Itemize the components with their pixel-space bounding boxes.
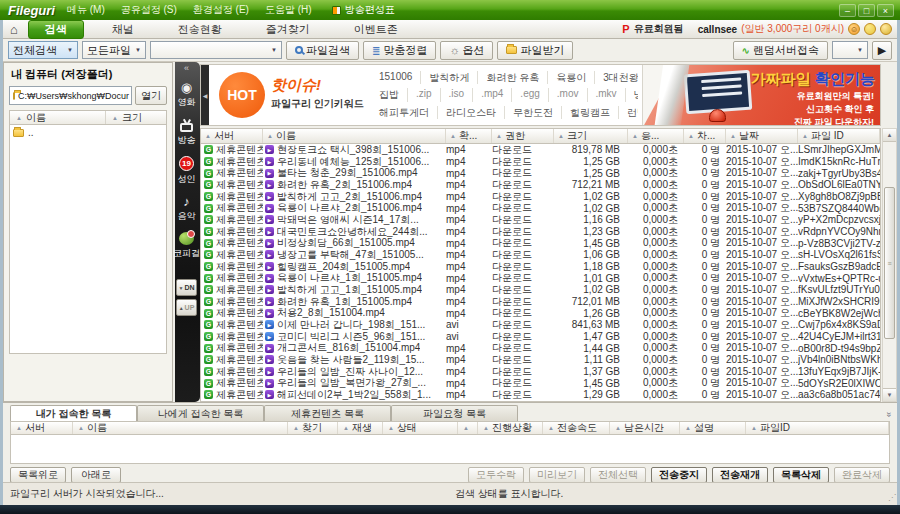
nav-tab-검색[interactable]: 검색 — [28, 20, 84, 39]
scrollbar-thumb[interactable]: ≡ — [884, 187, 895, 339]
file-search-button[interactable]: 파일검색 — [286, 41, 359, 60]
double-chevron-icon[interactable]: » — [881, 412, 894, 417]
keyword-link[interactable]: 힐링캠프 — [561, 106, 618, 119]
category-tab-음악[interactable]: ♪음악 — [173, 195, 200, 223]
transfer-col-header[interactable]: ▲재생 — [338, 422, 383, 434]
transfer-tab-나에게 접속한 목록[interactable]: 나에게 접속한 목록 — [137, 405, 264, 421]
connect-button[interactable]: ▶ — [872, 41, 892, 60]
menu-item[interactable]: 도움말 (H) — [265, 3, 312, 17]
smiley-icon[interactable]: ☺ — [848, 23, 860, 35]
transfer-col-header[interactable]: ▲ — [458, 422, 478, 434]
menu-item[interactable]: 공유설정 (S) — [121, 3, 177, 17]
keyword-link[interactable]: 무한도전 — [504, 106, 561, 119]
file-col-header[interactable]: ▲이름 — [263, 129, 446, 143]
keyword-link[interactable]: 발칙하게 — [420, 71, 477, 84]
action-button-목록삭제[interactable]: 목록삭제 — [773, 467, 829, 483]
keyword-link[interactable]: .mp4 — [472, 88, 511, 101]
category-tab-방송[interactable]: 방송 — [173, 118, 200, 147]
action-button-전송재개[interactable]: 전송재개 — [712, 467, 768, 483]
maximize-button[interactable]: □ — [858, 4, 875, 17]
keyword-link[interactable]: 3대천왕 — [594, 71, 638, 84]
transfer-col-header[interactable]: ▲찾기 — [288, 422, 338, 434]
transfer-col-header[interactable]: ▲전송속도 — [543, 422, 610, 434]
keyword-link[interactable]: 집밥 — [371, 88, 407, 101]
keyword-link[interactable]: .zip — [407, 88, 440, 101]
keyword-link[interactable]: 육룡이 — [547, 71, 594, 84]
receive-file-button[interactable]: 파일받기 — [497, 41, 573, 60]
ad-banner[interactable]: 가짜파일 확인기능 유료회원만의 특권! 신고횟수 확인 후 진짜 파일 다운하… — [642, 65, 880, 125]
transfer-col-header[interactable]: ▲남은시간 — [610, 422, 680, 434]
category-tab-영화[interactable]: ◉영화 — [173, 81, 200, 109]
file-list-scrollbar[interactable]: ▲ ≡ ▼ — [882, 128, 897, 402]
custom-sort-button[interactable]: ≣ 맞춤정렬 — [363, 41, 436, 60]
list-button-목록위로[interactable]: 목록위로 — [10, 467, 66, 483]
open-folder-button[interactable]: 열기 — [135, 86, 167, 105]
transfer-col-header[interactable]: ▲서버 — [11, 422, 73, 434]
file-type-icon: ▶ — [265, 379, 274, 388]
coin-icon[interactable] — [864, 23, 876, 35]
keyword-link[interactable]: .egg — [511, 88, 547, 101]
folder-path-select[interactable]: C:₩Users₩skhong₩Docur ▼ — [9, 86, 132, 105]
keyword-link[interactable]: 151006 — [371, 71, 420, 84]
file-col-header[interactable]: ▲권한 — [492, 129, 554, 143]
cell-file-id: Xy8gh8bO8Zj9pBBPk+f2F91... — [798, 191, 880, 202]
keyword-link[interactable]: .mov — [548, 88, 587, 101]
transfer-tab-파일요청 목록[interactable]: 파일요청 목록 — [391, 405, 518, 421]
category-tab-코피걸[interactable]: 코피걸 — [173, 232, 200, 260]
transfer-col-header[interactable]: ▲상태 — [383, 422, 458, 434]
keyword-link[interactable]: 화려한 유혹 — [477, 71, 547, 84]
list-button-아래로[interactable]: 아래로 — [71, 467, 121, 483]
transfer-col-header[interactable]: ▲파일ID — [746, 422, 889, 434]
file-col-header[interactable]: ▲크기 — [554, 129, 628, 143]
folder-col-name[interactable]: ▲ 이름 — [10, 111, 106, 124]
folder-col-size[interactable]: ▲ 크기 — [106, 111, 142, 124]
transfer-col-header[interactable]: ▲이름 — [73, 422, 288, 434]
scroll-up-button[interactable]: ▲ UP — [176, 299, 197, 316]
keyword-link[interactable]: 런닝맨 — [618, 106, 638, 119]
menu-item[interactable]: 환경설정 (E) — [193, 3, 249, 17]
keyword-link[interactable]: 냉장고를 부탁해 — [625, 88, 638, 101]
file-col-header[interactable]: ▲서버 — [201, 129, 263, 143]
keyword-link[interactable]: 라디오스타 — [437, 106, 504, 119]
resize-grip[interactable]: ⋰ — [888, 494, 896, 502]
file-row[interactable]: G제휴콘텐츠▶해피선데이2부_1박2일_558회_1...mp4다운로드1,29… — [201, 389, 880, 401]
keyword-link[interactable]: 해피투게더 — [371, 106, 437, 119]
options-button[interactable]: ☼ 옵션 — [440, 41, 493, 60]
cash-icon[interactable] — [880, 23, 892, 35]
file-col-header[interactable]: ▲차... — [684, 129, 726, 143]
file-col-header[interactable]: ▲날짜 — [726, 129, 798, 143]
transfer-col-header[interactable]: ▲진행상황 — [478, 422, 543, 434]
search-scope-select[interactable]: 전체검색 ▼ — [8, 41, 78, 59]
nav-tab-채널[interactable]: 채널 — [90, 21, 156, 38]
transfer-tab-내가 접속한 목록[interactable]: 내가 접속한 목록 — [10, 405, 137, 421]
file-col-header[interactable]: ▲파일 ID — [798, 129, 880, 143]
menu-item[interactable]: 메뉴 (M) — [67, 3, 105, 17]
home-icon[interactable]: ⌂ — [10, 23, 18, 36]
category-tab-성인[interactable]: 19성인 — [173, 156, 200, 186]
close-button[interactable]: × — [877, 4, 894, 17]
keyword-link[interactable]: .mkv — [587, 88, 625, 101]
random-server-button[interactable]: ∿ 랜덤서버접속 — [733, 41, 828, 60]
file-type-select[interactable]: 모든파일 ▼ — [82, 41, 146, 59]
broadcast-schedule-button[interactable]: 방송편성표 — [332, 3, 395, 17]
col-label: 크기 — [567, 129, 587, 143]
nav-tab-즐겨찾기[interactable]: 즐겨찾기 — [244, 21, 332, 38]
search-input[interactable]: ▼ — [150, 41, 282, 59]
minimize-button[interactable]: – — [839, 4, 856, 17]
scroll-down-button[interactable]: ▼ DN — [176, 279, 197, 296]
transfer-tab-제휴컨텐츠 목록[interactable]: 제휴컨텐츠 목록 — [264, 405, 391, 421]
scrollbar-up-icon[interactable]: ▲ — [883, 129, 896, 142]
nav-tab-이벤트존[interactable]: 이벤트존 — [332, 21, 420, 38]
transfer-col-header[interactable]: ▲설명 — [680, 422, 746, 434]
file-col-header[interactable]: ▲확... — [446, 129, 492, 143]
collapse-panel-icon[interactable]: « — [184, 64, 189, 73]
action-button-전송중지[interactable]: 전송중지 — [651, 467, 707, 483]
banner-collapse-handle[interactable]: ◀ — [201, 65, 209, 125]
cell-size: 1,02 GB — [554, 284, 628, 295]
file-col-header[interactable]: ▲응... — [628, 129, 684, 143]
keyword-link[interactable]: .iso — [440, 88, 473, 101]
scrollbar-down-icon[interactable]: ▼ — [883, 388, 896, 401]
tree-item-parent[interactable]: .. — [13, 127, 163, 138]
server-select[interactable]: ▼ — [832, 41, 868, 59]
nav-tab-전송현황[interactable]: 전송현황 — [156, 21, 244, 38]
